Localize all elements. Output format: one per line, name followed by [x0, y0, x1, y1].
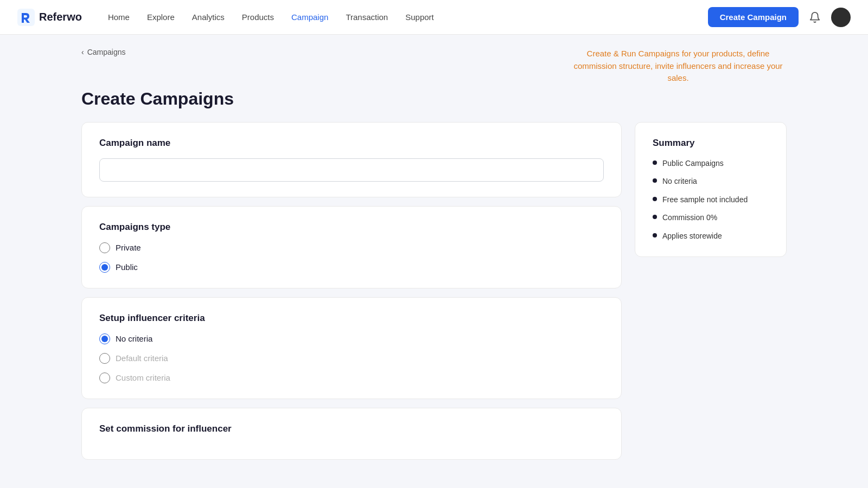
- radio-public-label: Public: [116, 262, 138, 272]
- logo-icon: [17, 9, 35, 26]
- top-row: ‹ Campaigns Create & Run Campaigns for y…: [81, 48, 787, 85]
- campaign-type-card: Campaigns type Private Public: [81, 206, 622, 288]
- summary-item-0: Public Campaigns: [653, 158, 769, 169]
- summary-card: Summary Public Campaigns No criteria Fre…: [635, 122, 787, 258]
- radio-default-criteria-input[interactable]: [99, 353, 110, 364]
- summary-item-label-1: No criteria: [662, 176, 697, 187]
- svg-rect-0: [17, 9, 35, 26]
- radio-custom-criteria-input[interactable]: [99, 373, 110, 383]
- campaign-type-radio-group: Private Public: [99, 242, 604, 273]
- radio-no-criteria[interactable]: No criteria: [99, 333, 604, 344]
- influencer-criteria-label: Setup influencer criteria: [99, 313, 604, 324]
- summary-list: Public Campaigns No criteria Free sample…: [653, 158, 769, 242]
- influencer-criteria-card: Setup influencer criteria No criteria De…: [81, 297, 622, 399]
- summary-title: Summary: [653, 138, 769, 149]
- nav-campaign[interactable]: Campaign: [291, 10, 328, 24]
- summary-column: Summary Public Campaigns No criteria Fre…: [635, 122, 787, 258]
- logo[interactable]: Referwo: [17, 9, 82, 26]
- nav-home[interactable]: Home: [108, 10, 130, 24]
- nav-explore[interactable]: Explore: [147, 10, 175, 24]
- summary-item-label-4: Applies storewide: [662, 231, 722, 242]
- summary-item-4: Applies storewide: [653, 231, 769, 242]
- radio-private-label: Private: [116, 243, 141, 252]
- radio-no-criteria-label: No criteria: [116, 334, 152, 343]
- campaign-name-input[interactable]: [99, 158, 604, 182]
- radio-public[interactable]: Public: [99, 262, 604, 273]
- nav-products[interactable]: Products: [242, 10, 274, 24]
- summary-item-label-2: Free sample not included: [662, 195, 748, 206]
- summary-dot-0: [653, 160, 657, 165]
- campaign-type-label: Campaigns type: [99, 222, 604, 233]
- breadcrumb[interactable]: ‹ Campaigns: [81, 48, 126, 56]
- navbar: Referwo Home Explore Analytics Products …: [0, 0, 868, 35]
- logo-text: Referwo: [39, 11, 82, 23]
- influencer-criteria-radio-group: No criteria Default criteria Custom crit…: [99, 333, 604, 383]
- nav-links: Home Explore Analytics Products Campaign…: [108, 10, 708, 24]
- form-column: Campaign name Campaigns type Private Pub…: [81, 122, 622, 460]
- summary-dot-4: [653, 233, 657, 237]
- commission-label: Set commission for influencer: [99, 423, 604, 434]
- create-campaign-button[interactable]: Create Campaign: [708, 7, 799, 27]
- breadcrumb-label: Campaigns: [87, 48, 126, 56]
- nav-support[interactable]: Support: [405, 10, 434, 24]
- radio-no-criteria-input[interactable]: [99, 333, 110, 344]
- nav-transaction[interactable]: Transaction: [346, 10, 388, 24]
- campaign-name-card: Campaign name: [81, 122, 622, 197]
- bell-icon[interactable]: [807, 10, 822, 25]
- commission-card: Set commission for influencer: [81, 408, 622, 460]
- breadcrumb-arrow: ‹: [81, 48, 84, 56]
- radio-default-criteria[interactable]: Default criteria: [99, 353, 604, 364]
- summary-dot-3: [653, 215, 657, 219]
- summary-item-1: No criteria: [653, 176, 769, 187]
- main-layout: Campaign name Campaigns type Private Pub…: [81, 122, 787, 460]
- campaign-name-label: Campaign name: [99, 138, 604, 149]
- radio-private-input[interactable]: [99, 242, 110, 253]
- summary-item-label-0: Public Campaigns: [662, 158, 724, 169]
- tagline: Create & Run Campaigns for your products…: [570, 48, 787, 85]
- summary-item-2: Free sample not included: [653, 195, 769, 206]
- summary-item-label-3: Commission 0%: [662, 213, 717, 223]
- page-title: Create Campaigns: [81, 89, 787, 109]
- summary-dot-1: [653, 178, 657, 183]
- summary-dot-2: [653, 197, 657, 201]
- page-content: ‹ Campaigns Create & Run Campaigns for y…: [60, 35, 808, 488]
- radio-custom-criteria[interactable]: Custom criteria: [99, 373, 604, 383]
- radio-custom-criteria-label: Custom criteria: [116, 373, 170, 382]
- radio-private[interactable]: Private: [99, 242, 604, 253]
- radio-public-input[interactable]: [99, 262, 110, 273]
- avatar[interactable]: [831, 8, 851, 27]
- radio-default-criteria-label: Default criteria: [116, 354, 168, 363]
- nav-right: Create Campaign: [708, 7, 851, 27]
- nav-analytics[interactable]: Analytics: [192, 10, 225, 24]
- summary-item-3: Commission 0%: [653, 213, 769, 223]
